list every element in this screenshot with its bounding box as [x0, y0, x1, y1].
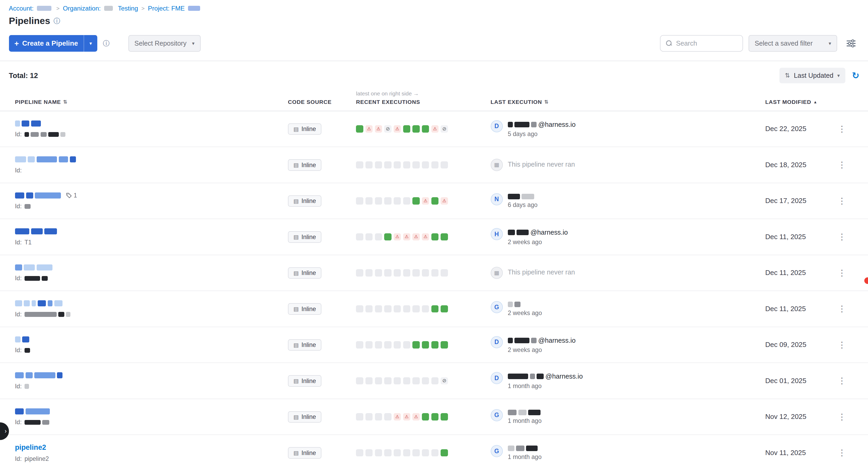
execution-empty-slot: [422, 377, 429, 384]
pipeline-name[interactable]: [15, 372, 288, 379]
table-row[interactable]: Id:▤Inline⊘D@harness.io1 month agoDec 01…: [0, 363, 868, 399]
execution-failed-icon[interactable]: ⚠: [412, 233, 420, 241]
sort-asc-icon[interactable]: ▲: [813, 100, 817, 104]
row-menu-icon[interactable]: ⋮: [838, 196, 846, 206]
row-menu-cell: ⋮: [838, 340, 860, 350]
create-pipeline-info-icon[interactable]: ⓘ: [103, 39, 110, 48]
execution-success-icon[interactable]: [431, 413, 438, 420]
table-row[interactable]: Id:▤Inline⚠⚠⊘⚠⚠⊘D@harness.io5 days agoDe…: [0, 111, 868, 147]
redacted-text: [508, 122, 513, 127]
execution-failed-icon[interactable]: ⚠: [441, 197, 448, 204]
code-source-cell: ▤Inline: [288, 231, 356, 243]
row-menu-icon[interactable]: ⋮: [838, 340, 846, 349]
code-source-label: Inline: [301, 125, 316, 133]
sort-both-icon[interactable]: ⇅: [544, 99, 549, 105]
execution-success-icon[interactable]: [403, 125, 410, 132]
table-row[interactable]: Id:▤Inline⚠⚠⚠G1 month agoNov 12, 2025⋮: [0, 399, 868, 435]
pipeline-name-link[interactable]: pipeline2: [15, 443, 46, 452]
pipeline-name[interactable]: [15, 264, 288, 271]
table-row[interactable]: Id:▤InlineD@harness.io2 weeks agoDec 09,…: [0, 327, 868, 363]
execution-success-icon[interactable]: [441, 413, 448, 420]
filter-settings-icon[interactable]: [843, 35, 859, 52]
execution-success-icon[interactable]: [422, 125, 429, 132]
execution-success-icon[interactable]: [431, 197, 438, 204]
execution-success-icon[interactable]: [412, 341, 420, 348]
row-menu-icon[interactable]: ⋮: [838, 412, 846, 422]
redacted-text: [508, 374, 528, 379]
code-source-label: Inline: [301, 341, 316, 348]
table-row[interactable]: Id:▤Inline▦This pipeline never ranDec 18…: [0, 147, 868, 183]
row-menu-icon[interactable]: ⋮: [838, 124, 846, 134]
execution-success-icon[interactable]: [441, 341, 448, 348]
saved-filter-dropdown[interactable]: Select a saved filter ▾: [749, 35, 837, 52]
execution-aborted-icon[interactable]: ⊘: [384, 125, 391, 132]
table-row[interactable]: Id: T1▤Inline⚠⚠⚠⚠H@harness.io2 weeks ago…: [0, 219, 868, 255]
sort-both-icon[interactable]: ⇅: [63, 99, 67, 105]
execution-success-icon[interactable]: [431, 305, 438, 312]
execution-success-icon[interactable]: [441, 233, 448, 241]
code-source-label: Inline: [301, 450, 316, 457]
header-last-execution[interactable]: LAST EXECUTION ⇅: [491, 99, 766, 105]
execution-failed-icon[interactable]: ⚠: [431, 125, 438, 132]
sort-dropdown[interactable]: ⇅ Last Updated ▾: [779, 68, 845, 83]
pipeline-name-cell: Id:: [15, 156, 288, 174]
pipeline-name[interactable]: [15, 120, 288, 127]
create-pipeline-button[interactable]: + Create a Pipeline: [9, 35, 84, 52]
execution-failed-icon[interactable]: ⚠: [412, 413, 420, 420]
pipeline-name[interactable]: [15, 156, 288, 163]
table-row[interactable]: Id:▤Inline▦This pipeline never ranDec 11…: [0, 255, 868, 291]
row-menu-icon[interactable]: ⋮: [838, 304, 846, 313]
inline-source-icon: ▤: [293, 342, 299, 348]
header-last-modified[interactable]: LAST MODIFIED ▲: [765, 99, 838, 105]
table-row[interactable]: 1Id:▤Inline⚠⚠N6 days agoDec 17, 2025⋮: [0, 183, 868, 219]
pipeline-name[interactable]: pipeline2: [15, 443, 288, 452]
row-menu-icon[interactable]: ⋮: [838, 160, 846, 169]
row-menu-icon[interactable]: ⋮: [838, 232, 846, 242]
execution-aborted-icon[interactable]: ⊘: [441, 377, 448, 384]
table-row[interactable]: Id:▤InlineG2 weeks agoDec 11, 2025⋮: [0, 291, 868, 327]
row-menu-icon[interactable]: ⋮: [838, 448, 846, 457]
execution-failed-icon[interactable]: ⚠: [394, 413, 401, 420]
execution-success-icon[interactable]: [356, 125, 363, 132]
pipeline-id: Id:: [15, 311, 288, 318]
execution-success-icon[interactable]: [422, 341, 429, 348]
breadcrumb-link[interactable]: Account:: [9, 4, 34, 12]
select-repository-dropdown[interactable]: Select Repository ▾: [128, 35, 200, 52]
pipeline-name[interactable]: 1: [15, 192, 288, 199]
row-menu-cell: ⋮: [838, 376, 860, 386]
execution-success-icon[interactable]: [431, 233, 438, 241]
pipeline-name[interactable]: [15, 336, 288, 343]
execution-failed-icon[interactable]: ⚠: [403, 233, 410, 241]
create-pipeline-caret-button[interactable]: ▾: [84, 35, 97, 52]
search-input[interactable]: [676, 39, 737, 47]
breadcrumb-link[interactable]: Organization:: [63, 4, 101, 12]
row-menu-icon[interactable]: ⋮: [838, 268, 846, 278]
execution-success-icon[interactable]: [384, 233, 391, 241]
pipeline-name[interactable]: [15, 300, 288, 307]
table-row[interactable]: pipeline2Id: pipeline2▤InlineG1 month ag…: [0, 435, 868, 464]
execution-failed-icon[interactable]: ⚠: [422, 233, 429, 241]
execution-failed-icon[interactable]: ⚠: [394, 233, 401, 241]
last-execution-info: 6 days ago: [508, 193, 538, 209]
refresh-icon[interactable]: ↻: [852, 71, 859, 80]
execution-failed-icon[interactable]: ⚠: [394, 125, 401, 132]
execution-failed-icon[interactable]: ⚠: [422, 197, 429, 204]
execution-failed-icon[interactable]: ⚠: [403, 413, 410, 420]
execution-success-icon[interactable]: [412, 197, 420, 204]
row-menu-icon[interactable]: ⋮: [838, 376, 846, 385]
execution-success-icon[interactable]: [412, 125, 420, 132]
page-info-icon[interactable]: ⓘ: [54, 17, 60, 25]
execution-success-icon[interactable]: [441, 305, 448, 312]
execution-aborted-icon[interactable]: ⊘: [441, 125, 448, 132]
breadcrumb-link[interactable]: Testing: [118, 4, 138, 12]
execution-success-icon[interactable]: [422, 413, 429, 420]
execution-failed-icon[interactable]: ⚠: [366, 125, 373, 132]
header-pipeline-name[interactable]: PIPELINE NAME ⇅: [15, 99, 288, 105]
execution-failed-icon[interactable]: ⚠: [375, 125, 382, 132]
execution-success-icon[interactable]: [441, 449, 448, 456]
pipeline-name[interactable]: [15, 228, 288, 235]
execution-empty-slot: [375, 233, 382, 241]
execution-success-icon[interactable]: [431, 341, 438, 348]
breadcrumb-link[interactable]: Project: FME: [148, 4, 185, 12]
pipeline-name[interactable]: [15, 408, 288, 415]
